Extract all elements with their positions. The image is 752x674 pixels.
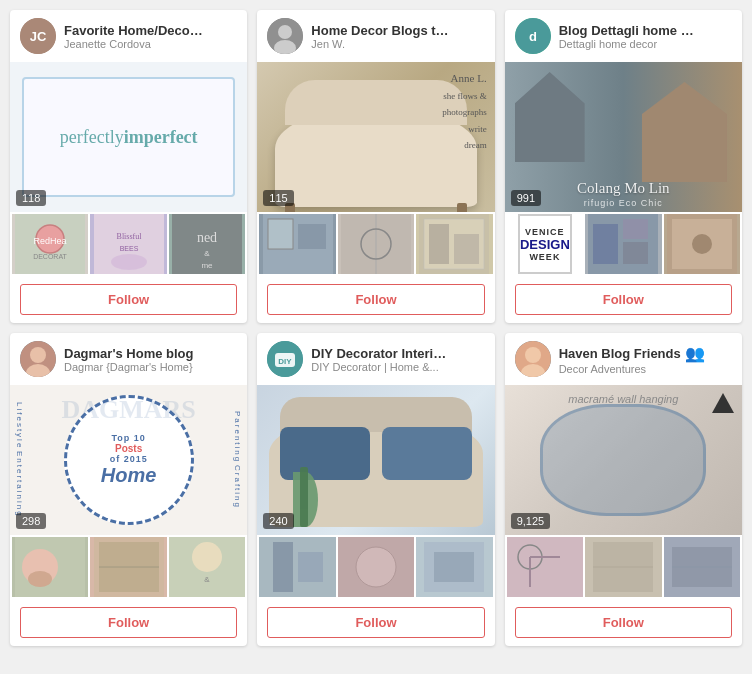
pin-count: 9,125 xyxy=(511,513,551,529)
thumbnail xyxy=(416,537,492,597)
avatar: JC xyxy=(20,18,56,54)
card-diy-decorator: DIY DIY Decorator Interio... DIY Decorat… xyxy=(257,333,494,646)
thumbnail xyxy=(12,537,88,597)
svg-text:ned: ned xyxy=(197,230,217,245)
avatar: d xyxy=(515,18,551,54)
main-image: Colang Mo Lin rifugio Eco Chic 991 xyxy=(505,62,742,212)
thumbnail: VENICE DESIGN WEEK xyxy=(507,214,583,274)
thumbnail-row: RedHeaDECORAT BlissfulBEES ned&me xyxy=(10,212,247,276)
card-header: DIY DIY Decorator Interio... DIY Decorat… xyxy=(257,333,494,385)
card-title: Home Decor Blogs th... xyxy=(311,23,451,38)
avatar: DIY xyxy=(267,341,303,377)
svg-rect-53 xyxy=(298,552,323,582)
thumbnail-row xyxy=(257,212,494,276)
svg-rect-26 xyxy=(454,234,479,264)
group-icon: 👥 xyxy=(685,344,705,363)
thumbnail xyxy=(585,214,661,274)
main-image: perfectlyimperfect 118 xyxy=(10,62,247,212)
thumbnail-row: & xyxy=(10,535,247,599)
main-image: macramé wall hanging 9,125 xyxy=(505,385,742,535)
svg-text:&: & xyxy=(204,575,210,584)
card-blog-dettagli: d Blog Dettagli home d... Dettagli home … xyxy=(505,10,742,323)
thumbnail xyxy=(338,214,414,274)
thumbnail: ned&me xyxy=(169,214,245,274)
follow-button[interactable]: Follow xyxy=(20,284,237,315)
card-subtitle: Jeanette Cordova xyxy=(64,38,204,50)
pin-count: 115 xyxy=(263,190,293,206)
follow-button[interactable]: Follow xyxy=(515,284,732,315)
svg-rect-25 xyxy=(429,224,449,264)
card-title: Haven Blog Friends xyxy=(559,346,681,361)
card-favorite-home: JC Favorite Home/Decor... Jeanette Cordo… xyxy=(10,10,247,323)
svg-point-55 xyxy=(356,547,396,587)
pin-count: 991 xyxy=(511,190,541,206)
card-title: Dagmar's Home blog xyxy=(64,346,194,361)
svg-rect-19 xyxy=(298,224,326,249)
svg-rect-58 xyxy=(434,552,474,582)
card-haven-blog: Haven Blog Friends 👥 Decor Adventures ma… xyxy=(505,333,742,646)
thumbnail xyxy=(259,214,335,274)
card-header: Home Decor Blogs th... Jen W. xyxy=(257,10,494,62)
svg-rect-30 xyxy=(593,224,618,264)
svg-text:DIY: DIY xyxy=(279,357,293,366)
card-dagmar: Dagmar's Home blog Dagmar {Dagmar's Home… xyxy=(10,333,247,646)
svg-text:RedHea: RedHea xyxy=(34,236,67,246)
follow-button[interactable]: Follow xyxy=(20,607,237,638)
follow-button[interactable]: Follow xyxy=(267,607,484,638)
svg-rect-62 xyxy=(510,537,580,597)
svg-text:Blissful: Blissful xyxy=(116,232,142,241)
card-subtitle: DIY Decorator | Home &... xyxy=(311,361,451,373)
follow-button[interactable]: Follow xyxy=(267,284,484,315)
thumbnail xyxy=(259,537,335,597)
pin-count: 118 xyxy=(16,190,46,206)
thumbnail: RedHeaDECORAT xyxy=(12,214,88,274)
svg-rect-31 xyxy=(623,219,648,239)
main-image: Lifestyle Entertaining Top 10 Posts of 2… xyxy=(10,385,247,535)
thumbnail xyxy=(416,214,492,274)
card-subtitle: Dettagli home decor xyxy=(559,38,699,50)
svg-text:&: & xyxy=(204,249,210,258)
svg-text:BEES: BEES xyxy=(119,245,138,252)
svg-point-37 xyxy=(30,347,46,363)
thumbnail xyxy=(664,214,740,274)
card-subtitle: Dagmar {Dagmar's Home} xyxy=(64,361,194,373)
thumbnail xyxy=(507,537,583,597)
svg-point-9 xyxy=(111,254,147,270)
svg-point-46 xyxy=(192,542,222,572)
thumbnail xyxy=(585,537,661,597)
thumbnail xyxy=(664,537,740,597)
svg-point-15 xyxy=(278,25,292,39)
svg-text:me: me xyxy=(202,261,214,270)
thumbnail-row xyxy=(257,535,494,599)
pin-count: 298 xyxy=(16,513,46,529)
main-image: Anne L.she flows &photographswritedream … xyxy=(257,62,494,212)
svg-point-35 xyxy=(692,234,712,254)
thumbnail: BlissfulBEES xyxy=(90,214,166,274)
follow-button[interactable]: Follow xyxy=(515,607,732,638)
card-title: DIY Decorator Interio... xyxy=(311,346,451,361)
thumbnail-row xyxy=(505,535,742,599)
card-subtitle: Decor Adventures xyxy=(559,363,699,375)
card-header: JC Favorite Home/Decor... Jeanette Cordo… xyxy=(10,10,247,62)
avatar xyxy=(267,18,303,54)
cards-grid: JC Favorite Home/Decor... Jeanette Cordo… xyxy=(10,10,742,646)
card-title: Blog Dettagli home d... xyxy=(559,23,699,38)
svg-rect-18 xyxy=(268,219,293,249)
svg-text:d: d xyxy=(529,29,537,44)
card-subtitle: Jen W. xyxy=(311,38,451,50)
svg-rect-32 xyxy=(623,242,648,264)
thumbnail: & xyxy=(169,537,245,597)
card-header: d Blog Dettagli home d... Dettagli home … xyxy=(505,10,742,62)
pin-count: 240 xyxy=(263,513,293,529)
svg-point-60 xyxy=(525,347,541,363)
avatar xyxy=(515,341,551,377)
card-header: Haven Blog Friends 👥 Decor Adventures xyxy=(505,333,742,385)
svg-text:JC: JC xyxy=(30,29,47,44)
thumbnail-row: VENICE DESIGN WEEK xyxy=(505,212,742,276)
svg-rect-52 xyxy=(273,542,293,592)
card-title: Favorite Home/Decor... xyxy=(64,23,204,38)
avatar xyxy=(20,341,56,377)
thumbnail xyxy=(338,537,414,597)
svg-text:DECORAT: DECORAT xyxy=(33,253,67,260)
thumbnail xyxy=(90,537,166,597)
